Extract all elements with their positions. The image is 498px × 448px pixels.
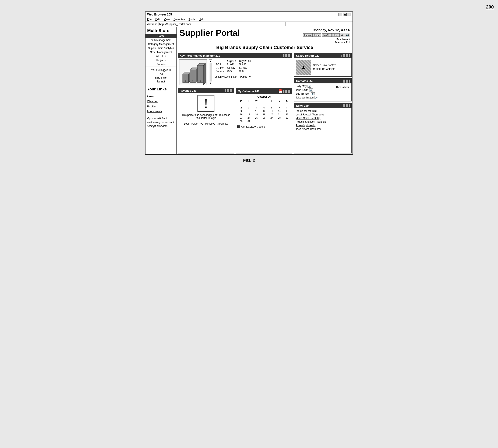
news-portlet: News 260 Stocks fall for third Local Foo… — [294, 103, 352, 153]
sidebar-item-item-management[interactable]: Item Management — [145, 38, 176, 42]
customize-link[interactable]: here. — [162, 125, 168, 128]
logout-button[interactable]: Logout — [303, 33, 313, 37]
contacts-portlet-header: Contacts 250 — [294, 79, 351, 83]
kpi-data-table: Aug 1-7 July 28-31 POS 91,023 — [214, 59, 291, 85]
revenue-message: This portlet has been logged off. To acc… — [180, 113, 232, 119]
calendar-table: M T W T F S S — [237, 99, 291, 123]
calendar-icon[interactable]: 📅 — [278, 89, 282, 93]
content-area: Supplier Portal Monday, Nov 12, XXXX Log… — [177, 27, 353, 154]
logged-in-label: You are logged in — [147, 68, 175, 72]
kpi-col-label — [214, 59, 225, 63]
enablement-text: Enablement — [303, 38, 350, 41]
list-item: Sally May 🔊 — [296, 85, 333, 88]
salary-portlet-bars[interactable] — [343, 54, 350, 57]
revenue-portlet-bars[interactable] — [225, 89, 232, 92]
table-row: DC Inv 5.1 day 4.2 day — [214, 66, 252, 70]
news-title: News 260 — [296, 104, 309, 107]
main-layout: Multi-Store Home Item Management Categor… — [145, 27, 353, 154]
list-item[interactable]: Assembly Meeting — [296, 124, 350, 127]
scroll-up-icon[interactable]: ▲ — [210, 60, 212, 62]
login-portlet-link[interactable]: Login Portlet — [184, 122, 198, 125]
list-item[interactable]: Political Situation Heats up — [296, 120, 350, 123]
kpi-row-pos-aug: 91,023 — [225, 63, 237, 66]
link-weather[interactable]: Weather — [147, 99, 175, 104]
news-portlet-body: Stocks fall for third Local Football Tea… — [294, 108, 351, 132]
salary-portlet: Salary Report 220 | ▲ Screen S — [294, 53, 352, 77]
list-item[interactable]: Local Football Team wins — [296, 113, 350, 116]
minimize-button[interactable]: □ — [339, 13, 342, 16]
maximize-button[interactable]: ▣ — [343, 13, 347, 16]
camera-icon-button[interactable]: 📷 — [345, 33, 350, 37]
sidebar-item-order-management[interactable]: Order Management — [145, 50, 176, 54]
menu-edit[interactable]: Edit — [156, 18, 160, 21]
image-icon-button[interactable]: 🖼 — [339, 33, 344, 37]
kpi-row-dcinv-july: 4.2 day — [237, 66, 252, 70]
list-item[interactable]: Tech News: IBM's new — [296, 128, 350, 130]
menu-file[interactable]: File — [147, 18, 152, 21]
calendar-portlet-body: October 06 M T W T F — [236, 94, 292, 129]
kpi-row-pos-july: 68,895 — [237, 63, 252, 66]
salary-separator: | — [341, 55, 342, 57]
kpi-col-july: July 28-31 — [237, 59, 252, 63]
browser-window: Web Browser 205 □ ▣ ✕ File Edit View Fav… — [145, 12, 353, 155]
calendar-month: October 06 — [237, 95, 291, 98]
sidebar-item-projects[interactable]: Projects — [145, 58, 176, 62]
link-investments[interactable]: Investments — [147, 109, 175, 114]
contacts-title: Contacts 250 — [296, 79, 313, 82]
sidebar-item-home[interactable]: Home — [145, 34, 176, 38]
svg-text:3: 3 — [200, 80, 201, 82]
kpi-row-dcinv-label: DC Inv — [214, 66, 225, 70]
address-bar: Address — [145, 21, 353, 27]
link-news[interactable]: News — [147, 94, 175, 99]
table-row: 3031 — [237, 119, 291, 123]
list-item: Jake Wellington 🔊 — [296, 96, 333, 99]
screen-saver-text[interactable]: Screen Saver Active Click to Re-Activate — [313, 63, 336, 71]
login-button[interactable]: Login — [313, 33, 321, 37]
menu-help[interactable]: Help — [199, 18, 204, 21]
address-input[interactable] — [158, 22, 285, 26]
news-portlet-bars[interactable] — [343, 104, 350, 107]
menu-favorites[interactable]: Favorites — [173, 18, 185, 21]
portlets-right: Salary Report 220 | ▲ Screen S — [293, 52, 353, 154]
calendar-title: My Calendar 240 — [238, 90, 260, 93]
contacts-portlet-bars[interactable] — [343, 80, 350, 82]
sidebar-item-category-management[interactable]: Category Management — [145, 42, 176, 46]
header-buttons: Logout Login LogAll Filter 🖼 📷 — [303, 33, 350, 37]
security-select[interactable]: Public Private — [239, 75, 252, 79]
your-links-title: Your Links — [145, 85, 176, 93]
svg-marker-10 — [203, 64, 205, 85]
list-item[interactable]: Movie Stars Break Up — [296, 117, 350, 120]
kpi-portlet-bars[interactable] — [283, 54, 290, 57]
link-banking[interactable]: Banking — [147, 104, 175, 109]
portal-header: Supplier Portal Monday, Nov 12, XXXX Log… — [177, 27, 353, 52]
cal-col-S2: S — [283, 99, 291, 102]
sidebar-item-reports[interactable]: Reports — [145, 62, 176, 66]
window-controls: □ ▣ ✕ — [339, 13, 351, 16]
sidebar-logout-link[interactable]: Logout — [147, 80, 175, 83]
contact-icon-john[interactable]: 🔊 — [309, 89, 313, 92]
calendar-header-row: M T W T F S S — [237, 99, 291, 102]
screen-saver-image[interactable]: ▲ — [296, 60, 311, 75]
filter-button[interactable]: Filter — [331, 33, 339, 37]
close-button[interactable]: ✕ — [347, 13, 351, 16]
list-item[interactable]: Stocks fall for third — [296, 110, 350, 112]
kpi-scroll[interactable]: ▲ ▼ — [209, 59, 212, 85]
security-label: Security Level Filter: — [214, 75, 237, 78]
contact-icon-jake[interactable]: 🔊 — [314, 96, 318, 99]
scroll-down-icon[interactable]: ▼ — [210, 82, 212, 84]
kpi-row-dcinv-aug: 5.1 day — [225, 66, 237, 70]
calendar-portlet-bars[interactable] — [283, 90, 290, 93]
kpi-row-service-july: 99.8 — [237, 70, 252, 73]
contact-name-sue: Sue Trention — [296, 92, 310, 95]
cal-col-F: F — [268, 99, 276, 102]
menu-tools[interactable]: Tools — [188, 18, 195, 21]
contact-icon-sally[interactable]: 🔊 — [308, 85, 311, 88]
table-row: 9101112131415 — [237, 109, 291, 113]
reactive-portlets-link[interactable]: Reactive All Portlets — [205, 122, 228, 125]
sidebar-item-supply-chain-analytics[interactable]: Supply Chain Analytics — [145, 46, 176, 50]
contact-icon-sue[interactable]: 🔊 — [311, 92, 315, 95]
sidebar-item-web-edi[interactable]: WEB EDI — [145, 54, 176, 58]
menu-view[interactable]: View — [164, 18, 170, 21]
header-date: Monday, Nov 12, XXXX — [303, 28, 350, 32]
logall-button[interactable]: LogAll — [322, 33, 331, 37]
